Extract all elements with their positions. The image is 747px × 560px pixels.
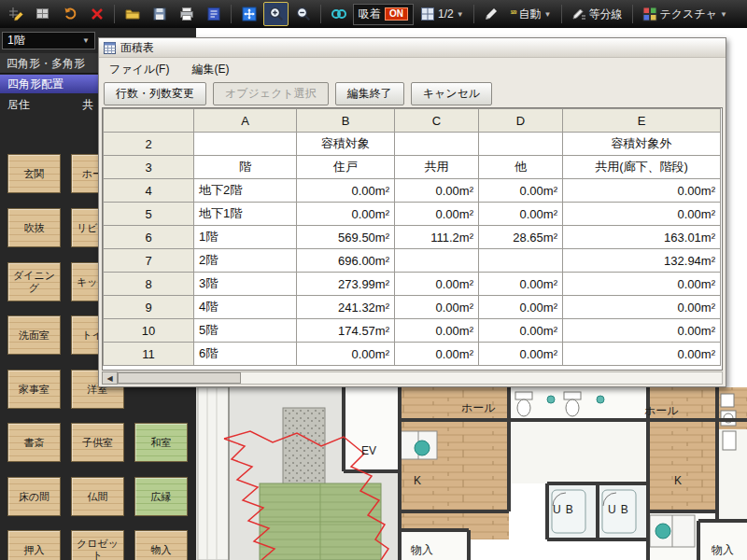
row-number[interactable]: 5 <box>104 203 194 226</box>
scrollbar-track[interactable] <box>118 371 723 385</box>
table-cell[interactable]: 0.00m² <box>563 319 721 343</box>
table-cell[interactable] <box>479 249 563 273</box>
table-cell[interactable]: 1階 <box>194 226 297 249</box>
table-cell[interactable]: 0.00m² <box>297 343 395 366</box>
table-cell[interactable]: 132.94m² <box>563 249 721 273</box>
row-number[interactable]: 2 <box>104 133 194 156</box>
action-button[interactable]: キャンセル <box>411 82 492 105</box>
table-cell[interactable]: 569.50m² <box>297 226 395 249</box>
menu-item[interactable]: ファイル(F) <box>107 60 171 79</box>
table-cell[interactable]: 241.32m² <box>297 296 395 319</box>
room-button[interactable]: 床の間 <box>7 477 61 516</box>
table-cell[interactable]: 地下1階 <box>194 203 297 226</box>
action-button[interactable]: 編集終了 <box>335 82 404 105</box>
table-cell[interactable]: 163.01m² <box>563 226 721 249</box>
room-button[interactable]: 広縁 <box>134 477 188 516</box>
room-button[interactable]: ダイニング <box>7 262 61 301</box>
category-residence[interactable]: 居住 <box>7 97 30 113</box>
table-cell[interactable]: 0.00m² <box>479 319 563 343</box>
snap-toggle[interactable]: 吸着 ON <box>353 4 414 25</box>
column-header[interactable]: C <box>395 109 479 133</box>
table-cell[interactable]: 住戸 <box>297 156 395 179</box>
table-cell[interactable]: 111.2m² <box>395 226 479 249</box>
print-button[interactable] <box>174 2 199 26</box>
room-button[interactable]: 家事室 <box>7 370 61 409</box>
shape-button[interactable] <box>30 2 55 26</box>
table-cell[interactable]: 0.00m² <box>563 203 721 226</box>
texture-select[interactable]: テクスチャ ▼ <box>638 5 732 24</box>
pen-button[interactable] <box>479 2 504 26</box>
equal-divide-button[interactable]: 等分線 <box>567 5 627 24</box>
table-cell[interactable]: 0.00m² <box>395 273 479 296</box>
draw-button[interactable] <box>3 2 28 26</box>
table-cell[interactable]: 6階 <box>194 343 297 366</box>
table-cell[interactable] <box>395 249 479 273</box>
table-cell[interactable]: 0.00m² <box>297 203 395 226</box>
column-header[interactable]: D <box>479 109 563 133</box>
action-button[interactable]: 行数・列数変更 <box>104 82 206 105</box>
scroll-left-button[interactable]: ◀ <box>102 371 118 385</box>
table-cell[interactable]: 0.00m² <box>297 179 395 203</box>
table-cell[interactable]: 0.00m² <box>479 296 563 319</box>
column-header[interactable]: B <box>297 109 395 133</box>
row-number[interactable]: 11 <box>104 343 194 366</box>
fit-view-button[interactable] <box>236 2 261 26</box>
table-cell[interactable]: 0.00m² <box>395 296 479 319</box>
table-cell[interactable]: 0.00m² <box>395 179 479 203</box>
save-button[interactable] <box>147 2 172 26</box>
table-cell[interactable]: 0.00m² <box>563 273 721 296</box>
table-cell[interactable]: 696.00m² <box>297 249 395 273</box>
window-titlebar[interactable]: 面積表 <box>99 38 726 58</box>
table-cell[interactable]: 0.00m² <box>479 179 563 203</box>
table-cell[interactable]: 0.00m² <box>395 203 479 226</box>
delete-button[interactable] <box>84 2 109 26</box>
table-cell[interactable] <box>395 133 479 156</box>
table-cell[interactable]: 0.00m² <box>395 319 479 343</box>
room-button[interactable]: 書斎 <box>7 423 61 462</box>
table-cell[interactable] <box>479 133 563 156</box>
table-cell[interactable]: 0.00m² <box>479 203 563 226</box>
link-button[interactable] <box>326 2 351 26</box>
table-cell[interactable]: 容積対象外 <box>563 133 721 156</box>
row-number[interactable]: 8 <box>104 273 194 296</box>
room-button[interactable]: 玄関 <box>7 154 61 193</box>
table-cell[interactable]: 5階 <box>194 319 297 343</box>
table-cell[interactable]: 273.99m² <box>297 273 395 296</box>
column-header[interactable]: E <box>563 109 721 133</box>
row-number[interactable]: 7 <box>104 249 194 273</box>
table-cell[interactable]: 174.57m² <box>297 319 395 343</box>
table-cell[interactable]: 容積対象 <box>297 133 395 156</box>
table-cell[interactable]: 地下2階 <box>194 179 297 203</box>
zoom-out-button[interactable] <box>290 2 316 26</box>
room-button[interactable]: 吹抜 <box>7 208 61 247</box>
room-button[interactable]: 仏間 <box>71 477 124 516</box>
room-button[interactable]: 和室 <box>134 423 188 462</box>
row-number[interactable]: 9 <box>104 296 194 319</box>
floor-selector[interactable]: 1階 ▼ <box>2 32 95 49</box>
table-cell[interactable]: 28.65m² <box>479 226 563 249</box>
row-number[interactable]: 6 <box>104 226 194 249</box>
table-cell[interactable]: 0.00m² <box>395 343 479 366</box>
room-button[interactable]: クロゼット <box>71 530 124 560</box>
undo-button[interactable] <box>57 2 82 26</box>
room-button[interactable]: 洗面室 <box>7 315 61 355</box>
table-cell[interactable]: 2階 <box>194 249 297 273</box>
scale-select[interactable]: 1/2 ▼ <box>416 5 469 23</box>
table-cell[interactable]: 0.00m² <box>563 296 721 319</box>
row-number[interactable]: 3 <box>104 156 194 179</box>
table-cell[interactable]: 3階 <box>194 273 297 296</box>
table-cell[interactable]: 共用 <box>395 156 479 179</box>
table-cell[interactable] <box>194 133 297 156</box>
table-cell[interactable]: 0.00m² <box>563 343 721 366</box>
room-button[interactable]: 押入 <box>7 530 61 560</box>
menu-item[interactable]: 編集(E) <box>190 60 231 79</box>
auto-number-button[interactable]: ¹²³ 自動 ▼ <box>506 5 557 24</box>
room-button[interactable]: 物入 <box>134 530 188 560</box>
open-button[interactable] <box>120 2 145 26</box>
table-cell[interactable]: 0.00m² <box>479 343 563 366</box>
table-cell[interactable]: 0.00m² <box>479 273 563 296</box>
table-cell[interactable]: 他 <box>479 156 563 179</box>
table-cell[interactable]: 共用(廊下、階段) <box>563 156 721 179</box>
export-button[interactable] <box>201 2 226 26</box>
scrollbar-thumb[interactable] <box>118 372 241 384</box>
